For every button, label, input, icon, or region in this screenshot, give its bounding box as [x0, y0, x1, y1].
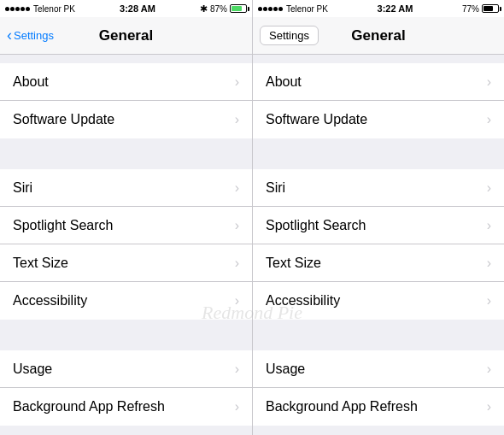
chevron-icon: › [487, 218, 491, 233]
row-label: Accessibility [266, 293, 340, 309]
table-row[interactable]: Software Update › [253, 101, 504, 138]
row-label: Background App Refresh [13, 399, 165, 414]
chevron-icon: › [487, 293, 491, 309]
table-row[interactable]: Spotlight Search › [253, 207, 504, 244]
section-gap [253, 138, 504, 169]
table-section-0: About › Software Update › [0, 63, 252, 138]
chevron-icon: › [235, 180, 239, 196]
chevron-icon: › [487, 74, 491, 90]
table-row[interactable]: Accessibility › [253, 282, 504, 320]
battery-icon [482, 4, 499, 13]
section-gap [0, 320, 252, 350]
chevron-icon: › [235, 256, 239, 271]
page-title: General [351, 27, 405, 44]
top-gap [253, 55, 504, 63]
battery-percent-label: 77% [462, 4, 479, 14]
table-row[interactable]: Software Update › [0, 101, 252, 138]
row-label: Accessibility [13, 293, 87, 309]
row-label: Software Update [13, 112, 114, 127]
bottom-gap [253, 426, 504, 432]
chevron-icon: › [235, 112, 239, 127]
phone-panel-right: Telenor PK 3:22 AM 77% Settings General … [252, 0, 504, 435]
time-label: 3:28 AM [120, 3, 155, 14]
settings-back-button[interactable]: Settings [260, 26, 319, 45]
status-left: Telenor PK [258, 4, 328, 14]
back-label: Settings [14, 29, 54, 42]
table-section-1: Siri › Spotlight Search › Text Size › Ac… [253, 169, 504, 320]
row-label: About [266, 74, 302, 90]
row-label: Text Size [266, 256, 321, 271]
table-row[interactable]: Background App Refresh › [253, 388, 504, 426]
row-label: Software Update [266, 112, 367, 127]
chevron-icon: › [235, 399, 239, 414]
table-row[interactable]: About › [253, 63, 504, 101]
content-area: About › Software Update › Siri › Spotlig… [253, 55, 504, 435]
nav-bar: ‹ Settings General [0, 17, 252, 55]
row-label: Usage [13, 362, 52, 377]
chevron-icon: › [487, 362, 491, 377]
table-row[interactable]: Background App Refresh › [0, 388, 252, 426]
table-section-0: About › Software Update › [253, 63, 504, 138]
table-row[interactable]: About › [0, 63, 252, 101]
carrier-label: Telenor PK [33, 4, 75, 14]
chevron-icon: › [487, 180, 491, 196]
row-label: Spotlight Search [266, 218, 366, 233]
table-row[interactable]: Text Size › [0, 244, 252, 282]
phone-panel-left: Telenor PK 3:28 AM ✱ 87% ‹ Settings Gene… [0, 0, 252, 435]
chevron-icon: › [487, 256, 491, 271]
battery-icon [230, 4, 247, 13]
page-title: General [99, 27, 153, 44]
table-row[interactable]: Accessibility › [0, 282, 252, 320]
row-label: Usage [266, 362, 305, 377]
chevron-icon: › [235, 74, 239, 90]
nav-bar: Settings General [253, 17, 504, 55]
status-left: Telenor PK [5, 4, 75, 14]
back-button[interactable]: ‹ Settings [7, 28, 54, 43]
table-row[interactable]: Siri › [253, 169, 504, 207]
status-right: ✱ 87% [200, 3, 247, 15]
carrier-label: Telenor PK [286, 4, 328, 14]
row-label: Siri [13, 180, 32, 196]
signal-icon [258, 7, 283, 11]
bluetooth-icon: ✱ [200, 3, 208, 15]
table-row[interactable]: Usage › [0, 350, 252, 388]
top-gap [0, 55, 252, 63]
table-row[interactable]: Siri › [0, 169, 252, 207]
content-area: About › Software Update › Siri › Spotlig… [0, 55, 252, 435]
row-label: Background App Refresh [266, 399, 418, 414]
row-label: Spotlight Search [13, 218, 113, 233]
status-bar: Telenor PK 3:28 AM ✱ 87% [0, 0, 252, 17]
bottom-gap [0, 426, 252, 432]
chevron-icon: › [235, 293, 239, 309]
chevron-icon: › [487, 112, 491, 127]
table-row[interactable]: Spotlight Search › [0, 207, 252, 244]
row-label: About [13, 74, 49, 90]
time-label: 3:22 AM [378, 3, 413, 14]
table-section-1: Siri › Spotlight Search › Text Size › Ac… [0, 169, 252, 320]
table-section-2: Usage › Background App Refresh › [0, 350, 252, 426]
chevron-icon: › [487, 399, 491, 414]
table-row[interactable]: Usage › [253, 350, 504, 388]
status-right: 77% [462, 4, 499, 14]
back-arrow-icon: ‹ [7, 27, 12, 43]
row-label: Text Size [13, 256, 68, 271]
section-gap [253, 320, 504, 350]
chevron-icon: › [235, 362, 239, 377]
row-label: Siri [266, 180, 285, 196]
table-section-2: Usage › Background App Refresh › [253, 350, 504, 426]
section-gap [0, 138, 252, 169]
chevron-icon: › [235, 218, 239, 233]
table-row[interactable]: Text Size › [253, 244, 504, 282]
battery-percent-label: 87% [210, 4, 227, 14]
status-bar: Telenor PK 3:22 AM 77% [253, 0, 504, 17]
signal-icon [5, 7, 30, 11]
